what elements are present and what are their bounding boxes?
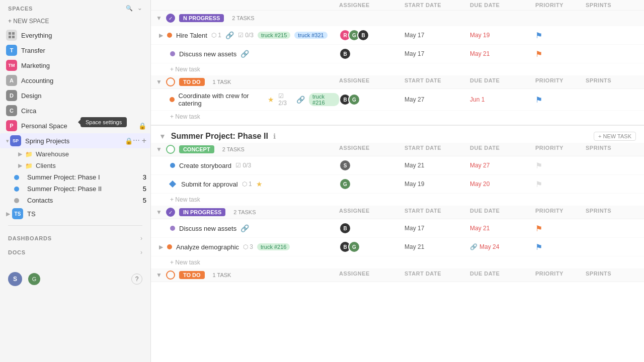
hire-talent-tag-truck215: truck #215 (258, 32, 290, 39)
submit-name[interactable]: Submit for approval (181, 180, 238, 188)
sidebar-item-summer-phase-1[interactable]: Summer Project: Phase I 3 (0, 171, 150, 183)
search-icon[interactable]: 🔍 (126, 5, 133, 12)
in-progress-1-task-count: 2 TASKS (232, 15, 254, 21)
new-task-btn-1[interactable]: + New task (151, 63, 644, 75)
sidebar-item-warehouse[interactable]: ▶ 📁 Warehouse (0, 148, 150, 160)
coord-dot (170, 97, 175, 102)
new-task-btn-3[interactable]: + New task (151, 194, 644, 206)
spring-projects-actions: ⋯ + (133, 136, 146, 145)
sidebar-item-spring-projects[interactable]: ▾ SP Spring Projects 🔒 ⋯ + (0, 133, 150, 148)
sidebar-item-transfer[interactable]: T Transfer (0, 43, 150, 58)
discuss-2-flag-icon: ⚑ (535, 224, 542, 233)
analyze-name[interactable]: Analyze demographic (176, 243, 239, 251)
docs-section[interactable]: DOCS › (0, 244, 150, 258)
spring-projects-lock-icon: 🔒 (125, 137, 133, 145)
spring-projects-add-icon[interactable]: + (142, 136, 146, 145)
assignee-col-concept: ASSIGNEE (339, 145, 405, 154)
concept-status-circle[interactable] (166, 145, 175, 154)
discuss-1-name[interactable]: Discuss new assets (179, 50, 236, 58)
sidebar-item-summer-phase-2[interactable]: Summer Project: Phase II 5 (0, 183, 150, 195)
analyze-due-date: May 24 (479, 243, 499, 250)
summer-phase-2-collapse[interactable]: ▼ (159, 132, 166, 140)
sidebar-item-marketing[interactable]: TM Marketing (0, 58, 150, 73)
pri-col-concept: PRIORITY (535, 145, 586, 154)
todo-1-toggle[interactable]: ▼ (156, 78, 162, 85)
todo-1-status-circle[interactable] (166, 77, 175, 86)
expand-arrow-spring[interactable]: ▾ (6, 138, 9, 144)
user-avatar[interactable]: S (8, 272, 22, 286)
discuss-1-start: May 17 (405, 50, 470, 57)
everything-icon (6, 30, 17, 41)
sidebar-item-circa[interactable]: C Circa (0, 103, 150, 118)
submit-priority: ⚑ (535, 179, 586, 189)
task-row-hire-talent: ▶ Hire Talent ⬡ 1 🔗 ☑ 0/3 truck #215 tru… (151, 26, 644, 45)
col-task (159, 2, 339, 8)
design-icon: D (6, 90, 17, 101)
inprogress-2-toggle[interactable]: ▼ (156, 209, 162, 216)
analyze-start: May 21 (405, 243, 470, 250)
sidebar-item-design[interactable]: D Design (0, 88, 150, 103)
analyze-expand[interactable]: ▶ (159, 244, 163, 250)
summer-phase-2-new-task-btn[interactable]: + NEW TASK (594, 132, 636, 141)
space-settings-tooltip: Space settings (80, 117, 127, 127)
ts-label: TS (27, 210, 146, 218)
start-col-todo-b: START DATE (405, 270, 470, 280)
assignee-col-todo-b: ASSIGNEE (339, 270, 405, 280)
discuss-1-due: May 21 (470, 50, 535, 57)
summer-phase-2-header: ▼ Summer Project: Phase II ℹ + NEW TASK (151, 125, 644, 143)
in-progress-1-status-circle[interactable]: ✓ (166, 14, 175, 23)
hire-talent-dot (167, 33, 172, 38)
everything-label: Everything (21, 32, 146, 39)
coord-check-meta: ☑ 2/3 (278, 93, 292, 107)
new-task-btn-2[interactable]: + New task (151, 111, 644, 123)
sidebar-item-accounting[interactable]: A Accounting (0, 73, 150, 88)
todo-bottom-toggle[interactable]: ▼ (156, 272, 162, 279)
summer-phase-2-actions: + NEW TASK (594, 132, 636, 141)
columns-header-todo-bottom: ▼ TO DO 1 TASK ASSIGNEE START DATE DUE D… (151, 268, 644, 282)
discuss-2-link-icon: 🔗 (240, 224, 249, 232)
columns-header-1: ASSIGNEE START DATE DUE DATE PRIORITY SP… (151, 0, 644, 11)
ts-expand-icon[interactable]: ▶ (6, 211, 10, 217)
concept-toggle[interactable]: ▼ (156, 146, 162, 153)
help-button[interactable]: ? (131, 274, 142, 285)
summer-phase-2-info-icon[interactable]: ℹ (273, 132, 276, 140)
storyboard-name[interactable]: Create storyboard (179, 162, 231, 169)
sidebar-item-clients[interactable]: ▶ 📁 Clients (0, 160, 150, 171)
hire-talent-name[interactable]: Hire Talent (176, 32, 207, 39)
design-label: Design (21, 92, 146, 100)
sidebar-item-everything[interactable]: Everything (0, 28, 150, 43)
warehouse-label: Warehouse (36, 150, 69, 158)
start-col-h2: START DATE (405, 77, 470, 86)
avatar-dark-1: B (339, 48, 351, 60)
hire-talent-link-icon: 🔗 (225, 31, 234, 39)
in-progress-1-toggle[interactable]: ▼ (156, 15, 162, 22)
chevron-down-icon[interactable]: ⌄ (137, 5, 142, 12)
coord-name[interactable]: Coordinate with crew for catering (179, 92, 264, 107)
summer-phase-2-title: Summer Project: Phase II (171, 132, 268, 141)
sidebar-item-personal-space[interactable]: P Personal Space 🔒 Space settings (0, 118, 150, 133)
sidebar-divider-1 (8, 225, 142, 226)
transfer-icon: T (6, 45, 17, 56)
sidebar-item-ts[interactable]: ▶ TS TS (0, 206, 150, 221)
warehouse-expand-icon[interactable]: ▶ (18, 151, 22, 157)
analyze-due: 🔗 May 24 (470, 243, 535, 250)
submit-flag-icon: ⚑ (535, 179, 542, 189)
dashboards-section[interactable]: DASHBOARDS › (0, 230, 150, 244)
discuss-2-name[interactable]: Discuss new assets (179, 225, 236, 232)
new-space-button[interactable]: + NEW SPACE (0, 15, 150, 28)
coord-priority: ⚑ (535, 95, 586, 105)
inprogress-2-status-circle[interactable]: ✓ (166, 208, 175, 217)
clients-expand-icon[interactable]: ▶ (18, 162, 22, 169)
hire-talent-expand[interactable]: ▶ (159, 32, 163, 39)
accounting-label: Accounting (21, 77, 146, 84)
coord-assignees: B G (339, 94, 405, 106)
todo-bottom-status-circle[interactable] (166, 270, 175, 280)
transfer-label: Transfer (21, 47, 146, 54)
sidebar-item-contacts[interactable]: Contacts 5 (0, 195, 150, 206)
col-start-date: START DATE (405, 2, 470, 8)
spring-projects-more-icon[interactable]: ⋯ (133, 136, 140, 145)
task-row-submit-approval: Submit for approval ⬡ 1 ★ G May 19 May 2… (151, 175, 644, 194)
spaces-header-icons: 🔍 ⌄ (126, 5, 142, 12)
new-task-btn-4[interactable]: + New task (151, 256, 644, 268)
spr-col-h2: SPRINTS (586, 77, 636, 86)
